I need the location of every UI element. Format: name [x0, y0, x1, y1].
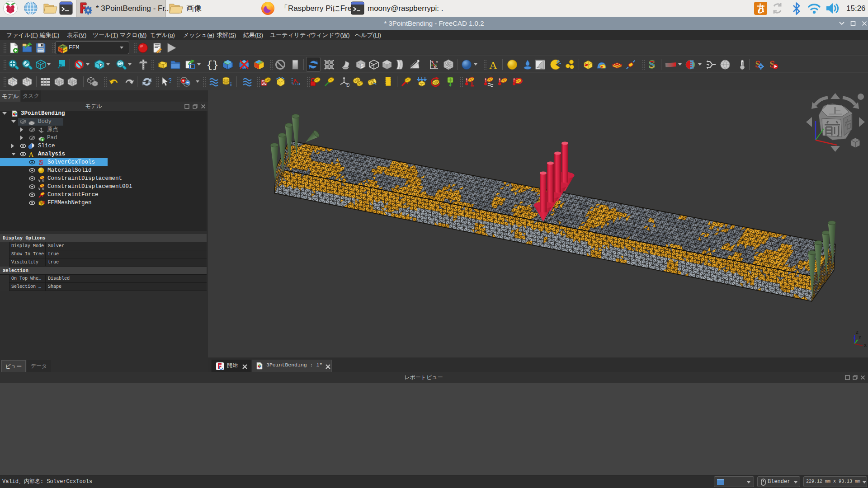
svg-text:i: i: [230, 81, 232, 87]
svg-text:{}: {}: [207, 60, 218, 70]
svg-text:Y: Y: [859, 335, 861, 340]
svg-text:S: S: [649, 59, 655, 70]
svg-text:?: ?: [168, 76, 171, 84]
svg-text:A: A: [29, 151, 34, 158]
svg-text:Z: Z: [856, 330, 859, 335]
svg-text:A: A: [489, 59, 497, 70]
svg-text:S: S: [39, 159, 43, 166]
svg-text:S: S: [360, 63, 363, 69]
svg-text:X: X: [864, 343, 867, 348]
svg-text:G: G: [26, 76, 30, 82]
svg-text:M: M: [436, 61, 438, 63]
svg-text:N: N: [42, 200, 45, 205]
svg-text:N: N: [11, 76, 15, 82]
svg-text:B: B: [434, 66, 436, 68]
svg-text:T: T: [432, 61, 434, 63]
svg-text:D: D: [346, 82, 349, 87]
